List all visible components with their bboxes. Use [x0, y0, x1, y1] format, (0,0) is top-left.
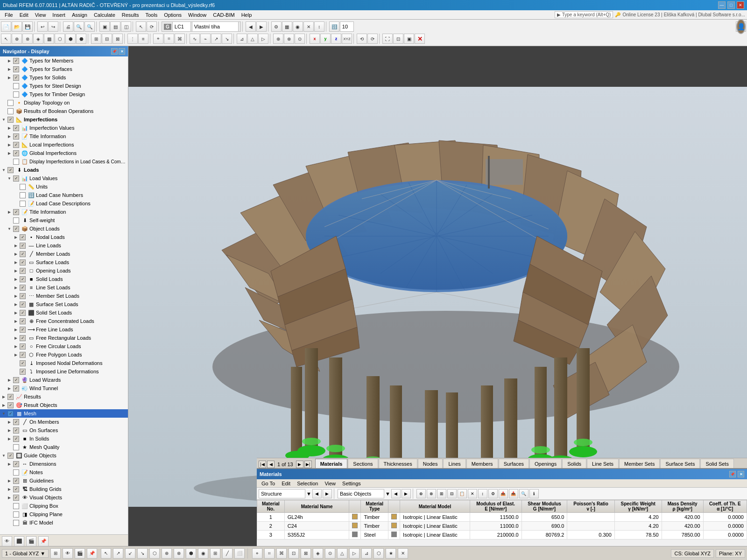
cb-imposed-nodal[interactable]: [20, 360, 26, 366]
tb2-4[interactable]: ◈: [33, 34, 43, 44]
tree-item-display-imp-lc[interactable]: 📋 Display Imperfections in Load Cases & …: [0, 157, 128, 166]
tree-item-opening-loads[interactable]: ▶ □ Opening Loads: [0, 266, 128, 275]
mat-tool11[interactable]: 🔍: [519, 489, 529, 498]
cb-units[interactable]: [20, 184, 26, 190]
cb-display-imp-lc[interactable]: [13, 159, 19, 165]
tab-member-sets[interactable]: Member Sets: [619, 459, 660, 468]
tree-item-lc-numbers[interactable]: 🔢 Load Case Numbers: [0, 191, 128, 199]
mat-filter-dropdown[interactable]: Structure: [259, 489, 305, 498]
tb2-26[interactable]: ⊙: [295, 34, 305, 44]
table-row[interactable]: 3 S355J2 Steel Isotropic | Linear Elasti…: [257, 531, 747, 539]
status-tool19[interactable]: ⊙: [325, 548, 335, 559]
status-tool13[interactable]: ⌖: [252, 548, 262, 559]
viewport[interactable]: Materials 📌 ✕ Go To Edit Selection View …: [128, 46, 747, 547]
cb-on-members[interactable]: [13, 419, 19, 425]
status-tool10[interactable]: ⊞: [210, 548, 220, 559]
menu-calculate[interactable]: Calculate: [91, 11, 118, 19]
mat-obj-next[interactable]: ▶: [402, 489, 411, 498]
tb2-1[interactable]: ↖: [1, 34, 11, 44]
tree-item-mesh-quality[interactable]: ★ Mesh Quality: [0, 443, 128, 451]
mat-object-dropdown[interactable]: Basic Objects: [338, 489, 384, 498]
tb2-12[interactable]: ⋮: [127, 34, 138, 44]
tb2-zoom-ext[interactable]: ⛶: [382, 34, 393, 44]
mat-menu-view[interactable]: View: [322, 480, 338, 487]
tb2-rot2[interactable]: ⟳: [367, 34, 378, 44]
tb2-r1[interactable]: x: [310, 34, 320, 44]
tree-item-visual-objects[interactable]: ▶ 👁 Visual Objects: [0, 493, 128, 502]
tree-item-line-loads[interactable]: ▶ — Line Loads: [0, 241, 128, 250]
tab-sections[interactable]: Sections: [348, 459, 378, 468]
mat-tool12[interactable]: ℹ: [529, 489, 539, 498]
cb-types-solids[interactable]: [13, 75, 19, 81]
tb2-7[interactable]: ⬢: [65, 34, 76, 44]
nav-bottom-btn2[interactable]: ⬛: [14, 536, 24, 546]
cb-mesh[interactable]: [7, 411, 14, 417]
cb-nodal-loads[interactable]: [20, 234, 26, 240]
cb-global-imperfections[interactable]: [13, 150, 19, 156]
tb2-13[interactable]: ≡: [138, 34, 148, 44]
tb2-r3[interactable]: z: [331, 34, 341, 44]
cb-types-surfaces[interactable]: [13, 66, 19, 72]
tree-item-title-info-imp[interactable]: ▶ 📝 Title Information: [0, 132, 128, 140]
tab-materials[interactable]: Materials: [315, 459, 348, 468]
mat-tool2[interactable]: ⊗: [427, 489, 436, 498]
tb2-20[interactable]: ↘: [222, 34, 232, 44]
cb-types-timber[interactable]: [13, 91, 19, 98]
menu-tools[interactable]: Tools: [142, 11, 160, 19]
tb2-xyz[interactable]: XYZ: [342, 34, 352, 44]
table-row[interactable]: 2 C24 Timber Isotropic | Linear Elastic …: [257, 522, 747, 531]
menu-file[interactable]: File: [2, 11, 16, 19]
tree-item-nodal-loads[interactable]: ▶ • Nodal Loads: [0, 233, 128, 241]
tree-item-in-solids[interactable]: ▶ ■ In Solids: [0, 434, 128, 443]
mat-nav-next[interactable]: ▶: [323, 489, 332, 498]
mat-menu-goto[interactable]: Go To: [259, 480, 278, 487]
menu-insert[interactable]: Insert: [49, 11, 68, 19]
tb-zoom-num[interactable]: 🔢: [329, 21, 339, 32]
tb-next-lc[interactable]: ▶: [256, 21, 267, 32]
tree-item-member-set-loads[interactable]: ▶ ⋯ Member Set Loads: [0, 292, 128, 300]
status-tool3[interactable]: ↙: [125, 548, 135, 559]
cb-solid-set-loads[interactable]: [20, 310, 26, 316]
cb-surface-set-loads[interactable]: [20, 301, 26, 308]
tree-item-types-timber[interactable]: 🔷 Types for Timber Design: [0, 90, 128, 98]
cb-boolean-results[interactable]: [7, 108, 14, 114]
tree-item-global-imperfections[interactable]: ▶ 🌐 Global Imperfections: [0, 149, 128, 157]
cb-types-members[interactable]: [13, 58, 19, 64]
cb-free-line-loads[interactable]: [20, 327, 26, 333]
mat-tool8[interactable]: ⚙: [488, 489, 498, 498]
cb-ifc-model[interactable]: [13, 520, 19, 526]
tb2-zoom-sel[interactable]: ▣: [404, 34, 414, 44]
minimize-button[interactable]: —: [718, 1, 726, 9]
menu-edit[interactable]: Edit: [17, 11, 31, 19]
tree-item-imposed-line[interactable]: ⤵ Imposed Line Deformations: [0, 367, 128, 376]
cb-clipping-box[interactable]: [13, 503, 19, 509]
menu-results[interactable]: Results: [119, 11, 142, 19]
mat-tool9[interactable]: 📤: [499, 489, 508, 498]
cb-lc-numbers[interactable]: [20, 192, 26, 198]
status-tool25[interactable]: ✕: [398, 548, 408, 559]
cb-title-info-load[interactable]: [13, 209, 19, 215]
cb-load-values[interactable]: [13, 175, 19, 182]
status-btn4[interactable]: 📌: [87, 548, 97, 559]
tree-item-solid-loads[interactable]: ▶ ■ Solid Loads: [0, 275, 128, 283]
tb-extra4[interactable]: ✕: [303, 21, 314, 32]
tb2-11[interactable]: ⊠: [113, 34, 123, 44]
status-tool1[interactable]: ↖: [101, 548, 111, 559]
tree-item-load-values[interactable]: ▼ 📊 Load Values: [0, 174, 128, 182]
mat-tool3[interactable]: ⊞: [437, 489, 446, 498]
cb-member-set-loads[interactable]: [20, 293, 26, 299]
tb2-zoom-fit[interactable]: ⊡: [393, 34, 403, 44]
tb-print[interactable]: 🖨: [63, 21, 73, 32]
tree-item-notes[interactable]: 📝 Notes: [0, 468, 128, 476]
tree-item-free-rectangular[interactable]: ▶ ▭ Free Rectangular Loads: [0, 334, 128, 342]
cb-types-steel[interactable]: [13, 83, 19, 89]
tree-item-member-loads[interactable]: ▶ ╱ Member Loads: [0, 250, 128, 258]
cb-result-objects[interactable]: [7, 402, 14, 408]
status-tool5[interactable]: ⬡: [149, 548, 160, 559]
tree-item-imperfection-values[interactable]: ▶ 📊 Imperfection Values: [0, 124, 128, 132]
tree-item-types-steel[interactable]: 🔷 Types for Steel Design: [0, 82, 128, 90]
cb-mesh-quality[interactable]: [13, 444, 19, 450]
tree-item-building-grids[interactable]: ▶ 🏗 Building Grids: [0, 485, 128, 493]
tab-members[interactable]: Members: [466, 459, 498, 468]
tb-zoom-in[interactable]: 🔍: [74, 21, 84, 32]
